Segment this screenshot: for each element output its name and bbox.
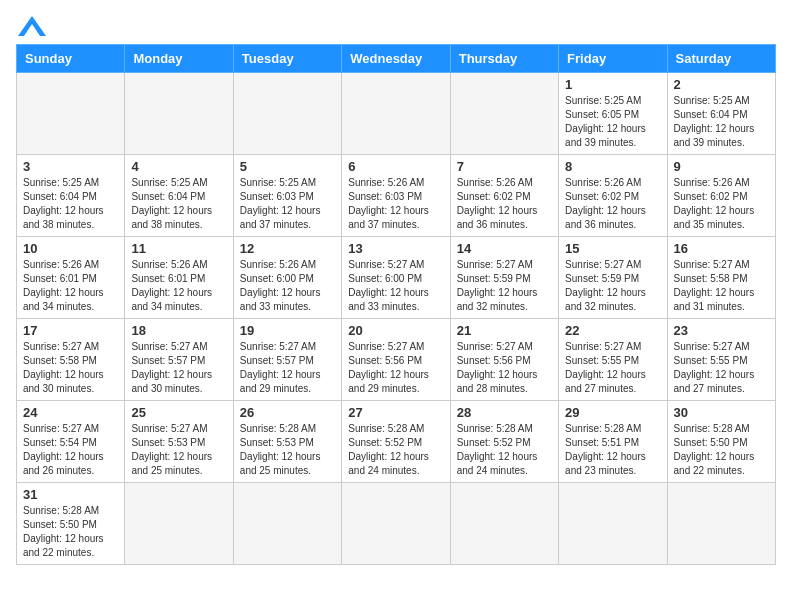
day-info: Sunrise: 5:27 AM Sunset: 6:00 PM Dayligh… xyxy=(348,258,443,314)
day-number: 26 xyxy=(240,405,335,420)
day-info: Sunrise: 5:27 AM Sunset: 5:57 PM Dayligh… xyxy=(240,340,335,396)
calendar-week-row: 24Sunrise: 5:27 AM Sunset: 5:54 PM Dayli… xyxy=(17,401,776,483)
day-info: Sunrise: 5:26 AM Sunset: 6:00 PM Dayligh… xyxy=(240,258,335,314)
logo-icon xyxy=(18,16,46,36)
day-info: Sunrise: 5:26 AM Sunset: 6:02 PM Dayligh… xyxy=(674,176,769,232)
weekday-header-wednesday: Wednesday xyxy=(342,45,450,73)
calendar-cell: 17Sunrise: 5:27 AM Sunset: 5:58 PM Dayli… xyxy=(17,319,125,401)
day-info: Sunrise: 5:27 AM Sunset: 5:55 PM Dayligh… xyxy=(674,340,769,396)
calendar-cell: 27Sunrise: 5:28 AM Sunset: 5:52 PM Dayli… xyxy=(342,401,450,483)
header xyxy=(16,16,776,36)
day-info: Sunrise: 5:28 AM Sunset: 5:53 PM Dayligh… xyxy=(240,422,335,478)
day-number: 9 xyxy=(674,159,769,174)
day-info: Sunrise: 5:25 AM Sunset: 6:04 PM Dayligh… xyxy=(131,176,226,232)
day-info: Sunrise: 5:25 AM Sunset: 6:03 PM Dayligh… xyxy=(240,176,335,232)
calendar-cell xyxy=(559,483,667,565)
day-number: 20 xyxy=(348,323,443,338)
calendar-cell: 2Sunrise: 5:25 AM Sunset: 6:04 PM Daylig… xyxy=(667,73,775,155)
calendar-cell: 5Sunrise: 5:25 AM Sunset: 6:03 PM Daylig… xyxy=(233,155,341,237)
calendar-cell: 3Sunrise: 5:25 AM Sunset: 6:04 PM Daylig… xyxy=(17,155,125,237)
calendar-cell: 13Sunrise: 5:27 AM Sunset: 6:00 PM Dayli… xyxy=(342,237,450,319)
day-number: 21 xyxy=(457,323,552,338)
day-number: 15 xyxy=(565,241,660,256)
day-info: Sunrise: 5:27 AM Sunset: 5:53 PM Dayligh… xyxy=(131,422,226,478)
day-number: 6 xyxy=(348,159,443,174)
calendar-week-row: 10Sunrise: 5:26 AM Sunset: 6:01 PM Dayli… xyxy=(17,237,776,319)
calendar-cell: 26Sunrise: 5:28 AM Sunset: 5:53 PM Dayli… xyxy=(233,401,341,483)
day-info: Sunrise: 5:27 AM Sunset: 5:54 PM Dayligh… xyxy=(23,422,118,478)
calendar-cell: 12Sunrise: 5:26 AM Sunset: 6:00 PM Dayli… xyxy=(233,237,341,319)
weekday-header-sunday: Sunday xyxy=(17,45,125,73)
day-number: 5 xyxy=(240,159,335,174)
calendar-cell xyxy=(342,73,450,155)
day-number: 17 xyxy=(23,323,118,338)
calendar-cell: 19Sunrise: 5:27 AM Sunset: 5:57 PM Dayli… xyxy=(233,319,341,401)
calendar-cell: 4Sunrise: 5:25 AM Sunset: 6:04 PM Daylig… xyxy=(125,155,233,237)
day-number: 19 xyxy=(240,323,335,338)
day-number: 28 xyxy=(457,405,552,420)
day-number: 10 xyxy=(23,241,118,256)
day-number: 29 xyxy=(565,405,660,420)
calendar-week-row: 3Sunrise: 5:25 AM Sunset: 6:04 PM Daylig… xyxy=(17,155,776,237)
calendar-cell xyxy=(667,483,775,565)
calendar-cell xyxy=(342,483,450,565)
day-number: 27 xyxy=(348,405,443,420)
calendar-cell: 29Sunrise: 5:28 AM Sunset: 5:51 PM Dayli… xyxy=(559,401,667,483)
day-number: 22 xyxy=(565,323,660,338)
calendar-cell xyxy=(125,483,233,565)
day-info: Sunrise: 5:27 AM Sunset: 5:59 PM Dayligh… xyxy=(565,258,660,314)
calendar-cell xyxy=(233,483,341,565)
calendar-cell: 28Sunrise: 5:28 AM Sunset: 5:52 PM Dayli… xyxy=(450,401,558,483)
calendar-cell: 31Sunrise: 5:28 AM Sunset: 5:50 PM Dayli… xyxy=(17,483,125,565)
calendar-week-row: 17Sunrise: 5:27 AM Sunset: 5:58 PM Dayli… xyxy=(17,319,776,401)
day-number: 4 xyxy=(131,159,226,174)
day-info: Sunrise: 5:27 AM Sunset: 5:59 PM Dayligh… xyxy=(457,258,552,314)
weekday-header-tuesday: Tuesday xyxy=(233,45,341,73)
calendar-cell: 11Sunrise: 5:26 AM Sunset: 6:01 PM Dayli… xyxy=(125,237,233,319)
day-number: 7 xyxy=(457,159,552,174)
calendar-cell xyxy=(450,483,558,565)
day-number: 31 xyxy=(23,487,118,502)
day-number: 2 xyxy=(674,77,769,92)
calendar-cell: 1Sunrise: 5:25 AM Sunset: 6:05 PM Daylig… xyxy=(559,73,667,155)
day-number: 30 xyxy=(674,405,769,420)
day-info: Sunrise: 5:26 AM Sunset: 6:02 PM Dayligh… xyxy=(457,176,552,232)
day-info: Sunrise: 5:27 AM Sunset: 5:56 PM Dayligh… xyxy=(348,340,443,396)
calendar-cell: 30Sunrise: 5:28 AM Sunset: 5:50 PM Dayli… xyxy=(667,401,775,483)
calendar-cell: 23Sunrise: 5:27 AM Sunset: 5:55 PM Dayli… xyxy=(667,319,775,401)
day-info: Sunrise: 5:25 AM Sunset: 6:04 PM Dayligh… xyxy=(23,176,118,232)
weekday-header-row: SundayMondayTuesdayWednesdayThursdayFrid… xyxy=(17,45,776,73)
calendar-cell: 20Sunrise: 5:27 AM Sunset: 5:56 PM Dayli… xyxy=(342,319,450,401)
day-info: Sunrise: 5:26 AM Sunset: 6:02 PM Dayligh… xyxy=(565,176,660,232)
day-info: Sunrise: 5:27 AM Sunset: 5:56 PM Dayligh… xyxy=(457,340,552,396)
day-number: 16 xyxy=(674,241,769,256)
day-number: 24 xyxy=(23,405,118,420)
calendar-cell: 24Sunrise: 5:27 AM Sunset: 5:54 PM Dayli… xyxy=(17,401,125,483)
calendar-cell: 16Sunrise: 5:27 AM Sunset: 5:58 PM Dayli… xyxy=(667,237,775,319)
day-number: 23 xyxy=(674,323,769,338)
day-info: Sunrise: 5:25 AM Sunset: 6:04 PM Dayligh… xyxy=(674,94,769,150)
day-number: 8 xyxy=(565,159,660,174)
calendar-cell: 21Sunrise: 5:27 AM Sunset: 5:56 PM Dayli… xyxy=(450,319,558,401)
calendar-cell: 9Sunrise: 5:26 AM Sunset: 6:02 PM Daylig… xyxy=(667,155,775,237)
day-number: 11 xyxy=(131,241,226,256)
calendar-cell xyxy=(125,73,233,155)
weekday-header-monday: Monday xyxy=(125,45,233,73)
calendar-cell: 22Sunrise: 5:27 AM Sunset: 5:55 PM Dayli… xyxy=(559,319,667,401)
day-info: Sunrise: 5:27 AM Sunset: 5:57 PM Dayligh… xyxy=(131,340,226,396)
calendar-cell: 15Sunrise: 5:27 AM Sunset: 5:59 PM Dayli… xyxy=(559,237,667,319)
day-number: 25 xyxy=(131,405,226,420)
day-info: Sunrise: 5:27 AM Sunset: 5:58 PM Dayligh… xyxy=(674,258,769,314)
weekday-header-saturday: Saturday xyxy=(667,45,775,73)
day-number: 13 xyxy=(348,241,443,256)
calendar-cell: 18Sunrise: 5:27 AM Sunset: 5:57 PM Dayli… xyxy=(125,319,233,401)
day-info: Sunrise: 5:25 AM Sunset: 6:05 PM Dayligh… xyxy=(565,94,660,150)
day-number: 14 xyxy=(457,241,552,256)
day-info: Sunrise: 5:26 AM Sunset: 6:01 PM Dayligh… xyxy=(23,258,118,314)
day-info: Sunrise: 5:28 AM Sunset: 5:50 PM Dayligh… xyxy=(674,422,769,478)
day-number: 12 xyxy=(240,241,335,256)
calendar-cell: 7Sunrise: 5:26 AM Sunset: 6:02 PM Daylig… xyxy=(450,155,558,237)
calendar-cell: 8Sunrise: 5:26 AM Sunset: 6:02 PM Daylig… xyxy=(559,155,667,237)
day-info: Sunrise: 5:27 AM Sunset: 5:58 PM Dayligh… xyxy=(23,340,118,396)
calendar-cell xyxy=(233,73,341,155)
